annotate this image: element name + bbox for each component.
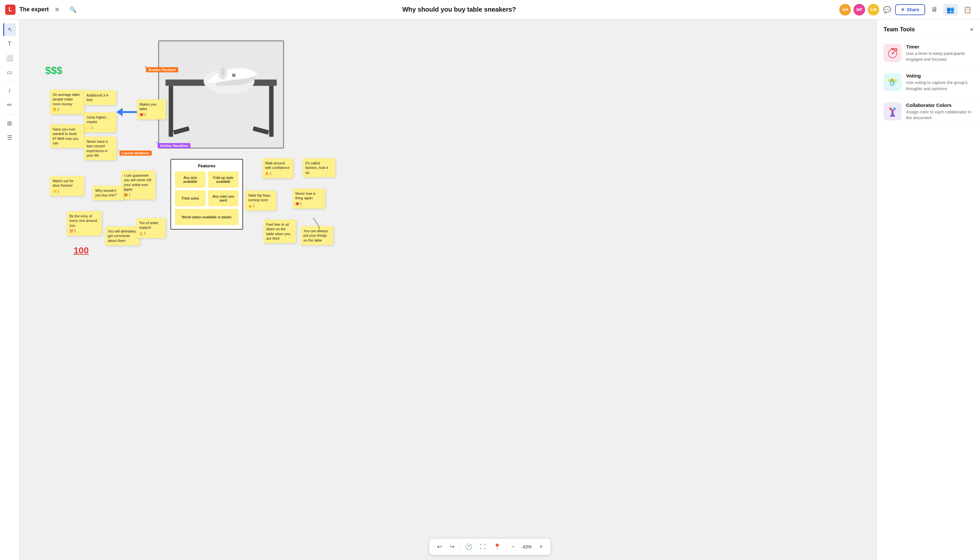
table-image: N xyxy=(158,40,284,148)
sticky-ankle[interactable]: I can guarantee you will never roll your… xyxy=(121,170,155,200)
svg-text:N: N xyxy=(232,73,235,78)
svg-marker-13 xyxy=(116,108,123,116)
svg-rect-3 xyxy=(269,86,274,137)
sticky-walk-confidence[interactable]: Walk around with confidence 🔥 1 xyxy=(262,158,293,178)
cursor-braden: Braden Packard xyxy=(146,67,178,72)
cursor-ashley: Ashley Hamilton xyxy=(158,143,191,148)
cursor-arrow-ashley: ↖ xyxy=(156,140,159,146)
sticky-jump-higher[interactable]: Jump higher... maybe ✨ 1 xyxy=(84,112,116,132)
table-svg: N xyxy=(159,41,283,148)
sticky-put-things[interactable]: You can always put your things on the ta… xyxy=(301,226,333,245)
feature-thick-soles[interactable]: Thick soles xyxy=(175,190,206,207)
sidebar-tool-frame[interactable]: ⬜ xyxy=(3,52,16,65)
sidebar-tool-select[interactable]: ↖ xyxy=(3,23,16,36)
header-center: Why should you buy table sneakers? xyxy=(83,6,490,13)
sticky-flip-flops[interactable]: Table flip flops coming soon 👍 1 xyxy=(245,190,276,210)
sticky-additional-feet[interactable]: Additional 3-4 feet xyxy=(84,90,116,105)
app-logo: L xyxy=(5,5,15,15)
hundred-drawing: 100 xyxy=(74,245,89,256)
sticky-ankle-support[interactable]: Ton of ankle support 🙏 1 xyxy=(136,218,166,238)
feature-wood-option[interactable]: Wood option available or plastic xyxy=(175,209,239,225)
sticky-envy[interactable]: Be the envy of every one around you 💯 2 xyxy=(67,211,102,236)
sticky-taller-money[interactable]: On average taller people make more money… xyxy=(50,90,84,114)
cursor-arrow-lauren: ↖ xyxy=(118,148,121,153)
features-box: Features Any size available Fold up styl… xyxy=(170,159,243,230)
sticky-dunk[interactable]: Have you ever wanted to dunk it? Well no… xyxy=(50,124,84,148)
sidebar-tool-shape[interactable]: ▭ xyxy=(3,66,16,79)
menu-button[interactable]: ≡ xyxy=(53,5,61,15)
dollar-signs: $$$ xyxy=(45,65,62,77)
feature-any-size[interactable]: Any size available xyxy=(175,172,206,188)
sidebar-tool-line[interactable]: / xyxy=(3,84,16,97)
sidebar-divider-2 xyxy=(5,114,15,114)
sidebar: ↖ T ⬜ ▭ / ✏ ⊞ ☰ xyxy=(0,19,19,280)
header: L The expert ≡ 🔍 Why should you buy tabl… xyxy=(0,0,490,19)
features-grid: Any size available Fold up style availab… xyxy=(175,172,239,225)
svg-rect-2 xyxy=(169,86,173,137)
sidebar-tool-draw[interactable]: ✏ xyxy=(3,98,16,112)
sticky-comments[interactable]: You will definatley get comments about t… xyxy=(105,227,140,245)
cursor-lauren: Lauren McNeely xyxy=(120,150,152,156)
cursor-arrow-braden: ↖ xyxy=(145,65,148,70)
app-title: The expert xyxy=(19,6,49,13)
sticky-fashion[interactable]: It's called fashion, look it up. xyxy=(303,158,335,177)
sticky-sit-down[interactable]: Feel free to sit down on the table when … xyxy=(264,220,296,243)
sidebar-tool-list[interactable]: ☰ xyxy=(3,131,16,144)
features-title: Features xyxy=(175,163,239,168)
search-button[interactable]: 🔍 xyxy=(67,5,79,15)
sticky-door-frames[interactable]: Watch out for door frames! 💛 1 xyxy=(50,176,84,196)
sticky-never-lose[interactable]: Never lose a thing again ❤️ 1 xyxy=(293,188,325,208)
sidebar-tool-grid[interactable]: ⊞ xyxy=(3,117,16,130)
feature-fold-up[interactable]: Fold up style available xyxy=(208,172,239,188)
canvas-inner: $$$ N xyxy=(19,19,490,280)
canvas[interactable]: $$$ N xyxy=(19,19,490,280)
sticky-makes-taller[interactable]: Makes you taller ❤️ 2 xyxy=(137,100,166,120)
sidebar-tool-text[interactable]: T xyxy=(3,37,16,50)
sticky-why-not[interactable]: Why wouldn't you buy one? xyxy=(93,186,123,200)
page-title: Why should you buy table sneakers? xyxy=(402,6,490,13)
sticky-concert[interactable]: Never have a bad concert experience in y… xyxy=(84,137,116,160)
feature-any-color[interactable]: Any color you want xyxy=(208,190,239,207)
